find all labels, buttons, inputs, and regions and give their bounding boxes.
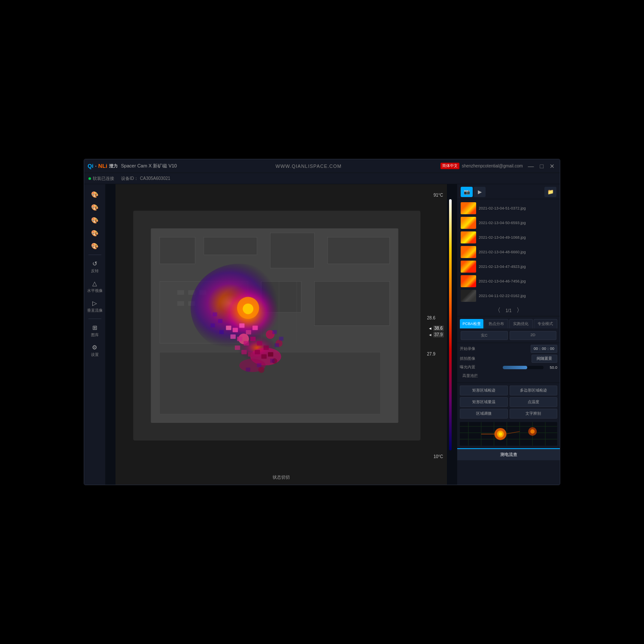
tab-folder[interactable]: 📁 xyxy=(544,187,556,197)
app-title: Spacer Cam X 新矿磁 V10 xyxy=(121,163,177,169)
window-controls: — □ ✕ xyxy=(526,163,556,170)
thumbnails-list: 2021-02-13-04-51-0372.jpg 2021-02-13-04-… xyxy=(457,199,560,305)
sub-bar: 软装已连接 设备ID： CA305A603021 xyxy=(84,173,560,184)
svg-rect-33 xyxy=(239,323,244,328)
capture-btn[interactable]: 间隔置景 xyxy=(532,355,557,363)
svg-rect-41 xyxy=(264,346,269,350)
sidebar-item-2[interactable]: 🎨 xyxy=(85,214,104,226)
point-temp-button[interactable]: 点温度 xyxy=(510,397,558,407)
svg-rect-35 xyxy=(252,325,258,330)
hview-label: 水平视像 xyxy=(87,288,103,294)
pcb-action-button[interactable]: 测电流查 xyxy=(457,448,560,460)
svg-rect-32 xyxy=(233,328,238,332)
device-id: 设备ID： CA305A603021 xyxy=(121,176,170,182)
thumbnail-item[interactable]: 2021-04-11-02-22-0162.jpg xyxy=(459,289,558,303)
maximize-button[interactable]: □ xyxy=(538,163,545,170)
lang-button[interactable]: 简体中文 xyxy=(440,163,459,169)
temp-low-label: 27.9 xyxy=(427,349,435,357)
device-label: 设备ID： xyxy=(121,176,138,182)
vview-icon: ▷ xyxy=(92,300,97,307)
sidebar-item-settings[interactable]: ⚙ 设置 xyxy=(85,341,104,360)
svg-rect-39 xyxy=(250,337,255,341)
next-page-button[interactable]: 〉 xyxy=(515,307,524,314)
temp-max-label: 91°C xyxy=(434,193,443,197)
region-temp-button[interactable]: 矩形区域量温 xyxy=(460,397,508,407)
mode-tab-hotspot[interactable]: 热点分布 xyxy=(484,319,508,328)
svg-rect-48 xyxy=(213,313,217,316)
svg-rect-46 xyxy=(261,354,267,358)
thumbnail-item[interactable]: 2021-02-13-04-50-6593.jpg xyxy=(459,216,558,230)
connect-label: 软装已连接 xyxy=(93,176,114,182)
prev-page-button[interactable]: 〈 xyxy=(493,307,502,314)
alarm-label: 高显池拦 xyxy=(462,373,555,379)
btn-row-1: 矩形区域检迹 多边形区域检迹 xyxy=(460,386,557,395)
temp-bar xyxy=(449,199,452,450)
svg-point-71 xyxy=(499,432,502,436)
close-button[interactable]: ✕ xyxy=(548,163,556,170)
thumbnail-item[interactable]: 2021-02-13-04-51-0372.jpg xyxy=(459,201,558,216)
status-btn[interactable]: 状态切切 xyxy=(273,473,290,480)
svg-rect-5 xyxy=(270,233,314,268)
thumbnail-item[interactable]: 2021-02-13-04-46-7456.jpg xyxy=(459,274,558,289)
capture-row: 抓拍图像 间隔置景 xyxy=(460,355,557,363)
mode-tab-pro[interactable]: 专业模式 xyxy=(534,319,557,328)
sidebar-item-4[interactable]: 🎨 xyxy=(85,240,104,252)
tab-photo[interactable]: 📷 xyxy=(461,187,473,197)
sidebar-item-0[interactable]: 🎨 xyxy=(85,188,104,200)
app-window: Qi · NLi 澄力 Spacer Cam X 新矿磁 V10 WWW.QIA… xyxy=(84,159,560,485)
sidebar-item-reverse[interactable]: ↺ 反转 xyxy=(85,258,104,276)
svg-rect-43 xyxy=(241,350,246,354)
page-info: 1/1 xyxy=(506,308,512,313)
pcb-preview xyxy=(460,422,557,446)
region-info-button[interactable]: 区域调微 xyxy=(460,409,508,419)
sidebar-item-gallery[interactable]: ⊞ 图库 xyxy=(85,322,104,340)
sidebar-divider-2 xyxy=(88,319,101,319)
thumb-img-4 xyxy=(461,261,476,273)
svg-rect-40 xyxy=(257,341,262,345)
connect-status: 软装已连接 xyxy=(88,176,114,182)
color-icon-1: 🎨 xyxy=(91,204,98,211)
right-panel: 📷 ▶ 📁 2021-02-13-04-51-0372.jpg 2021-02-… xyxy=(457,184,560,485)
text-id-button[interactable]: 文字辨别 xyxy=(510,409,558,419)
left-sidebar: 🎨 🎨 🎨 🎨 🎨 ↺ 反转 △ 水平视像 xyxy=(84,184,106,485)
hview-icon: △ xyxy=(92,280,97,287)
sidebar-item-3[interactable]: 🎨 xyxy=(85,227,104,239)
color-icon-4: 🎨 xyxy=(91,243,98,249)
mode-tab-pcba[interactable]: PCBA检查 xyxy=(460,319,483,328)
thumb-tabs: 📷 ▶ 📁 xyxy=(457,184,560,199)
thumb-img-1 xyxy=(461,217,476,229)
divider xyxy=(457,383,560,383)
sidebar-item-hview[interactable]: △ 水平视像 xyxy=(85,277,104,296)
exposure-row: 曝光内置 50.0 xyxy=(460,365,557,370)
poly-region-button[interactable]: 多边形区域检迹 xyxy=(510,386,558,395)
rect-region-button[interactable]: 矩形区域检迹 xyxy=(460,386,508,395)
sub-mode-2d[interactable]: 2D xyxy=(510,331,557,340)
sidebar-item-1[interactable]: 🎨 xyxy=(85,201,104,213)
settings-icon: ⚙ xyxy=(92,344,97,351)
temp-markers: ◄ 38.6 ◄ 37.9 xyxy=(428,325,444,337)
exposure-bar-container xyxy=(503,366,544,369)
svg-point-30 xyxy=(243,304,253,314)
color-icon-0: 🎨 xyxy=(91,191,98,198)
color-icon-3: 🎨 xyxy=(91,230,98,237)
thumbnail-item[interactable]: 2021-02-13-04-47-4923.jpg xyxy=(459,259,558,274)
svg-rect-9 xyxy=(314,281,389,325)
svg-point-27 xyxy=(258,367,264,373)
thumb-name-0: 2021-02-13-04-51-0372.jpg xyxy=(479,206,526,210)
capture-label: 抓拍图像 xyxy=(460,356,530,361)
svg-rect-56 xyxy=(257,363,261,367)
tab-video[interactable]: ▶ xyxy=(474,187,486,197)
sidebar-item-vview[interactable]: ▷ 垂直流像 xyxy=(85,297,104,316)
title-bar: Qi · NLi 澄力 Spacer Cam X 新矿磁 V10 WWW.QIA… xyxy=(84,159,560,173)
thumbnail-item[interactable]: 2021-02-13-04-48-6660.jpg xyxy=(459,245,558,259)
mode-tab-optimize[interactable]: 实跑优化 xyxy=(509,319,533,328)
sub-mode-c[interactable]: 实C xyxy=(461,331,508,340)
svg-point-73 xyxy=(530,429,535,434)
minimize-button[interactable]: — xyxy=(526,163,536,170)
svg-rect-57 xyxy=(246,368,250,371)
thumbnail-item[interactable]: 2021-02-13-04-49-1068.jpg xyxy=(459,230,558,245)
pagination: 〈 1/1 〉 xyxy=(457,305,560,316)
svg-rect-55 xyxy=(270,359,274,363)
function-buttons: 矩形区域检迹 多边形区域检迹 矩形区域量温 点温度 区域调微 文字辨别 xyxy=(457,384,560,420)
svg-rect-45 xyxy=(255,350,260,354)
